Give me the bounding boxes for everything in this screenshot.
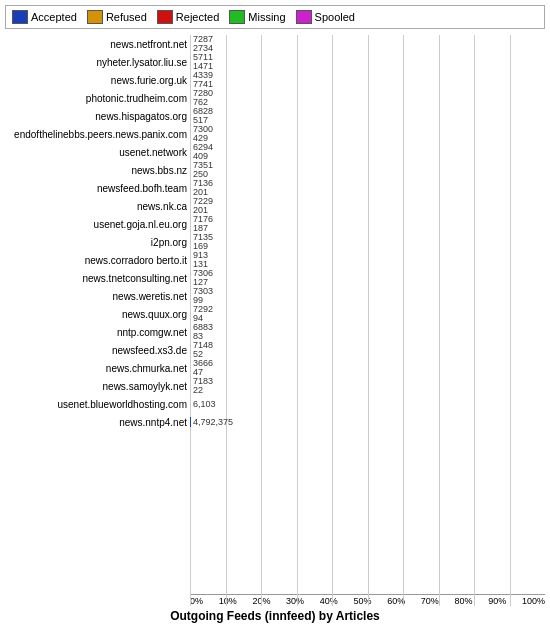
bar-rows: 7287273457111471433977417280762682851773… [190, 35, 545, 594]
bar-numbers: 7176187 [193, 215, 213, 233]
bar-numbers: 7300429 [193, 125, 213, 143]
bar-wrap: 57111471 [190, 53, 545, 71]
bar-row: 366647 [190, 359, 545, 377]
bar-row: 43397741 [190, 71, 545, 89]
bar-inner [190, 417, 191, 427]
bar-numbers: 729294 [193, 305, 213, 323]
y-label: news.chmurka.net [106, 359, 187, 377]
y-label: news.weretis.net [113, 287, 187, 305]
bar-inner [190, 129, 191, 139]
x-tick-label: 90% [488, 596, 506, 606]
bar-numbers: 718322 [193, 377, 213, 395]
bar-wrap: 7135169 [190, 233, 545, 251]
bar-inner [190, 39, 191, 49]
bar-wrap: 43397741 [190, 71, 545, 89]
x-tick-label: 100% [522, 596, 545, 606]
bar-wrap: 729294 [190, 305, 545, 323]
bar-wrap: 7136201 [190, 179, 545, 197]
bar-row: 7176187 [190, 215, 545, 233]
y-label: nyheter.lysator.liu.se [96, 53, 187, 71]
legend-item-rejected: Rejected [157, 10, 219, 24]
bar-inner [190, 219, 191, 229]
y-label: usenet.network [119, 143, 187, 161]
bar-wrap: 730399 [190, 287, 545, 305]
bar-wrap: 7280762 [190, 89, 545, 107]
bar-inner [190, 309, 191, 319]
bar-row: 7280762 [190, 89, 545, 107]
bar-inner [190, 75, 191, 85]
y-label: news.quux.org [122, 305, 187, 323]
y-label: news.netfront.net [110, 35, 187, 53]
bar-inner [190, 381, 191, 391]
bar-numbers: 688383 [193, 323, 213, 341]
bar-segment-accepted [190, 417, 191, 427]
x-tick-label: 0% [190, 596, 203, 606]
bar-row: 4,792,375 [190, 413, 545, 431]
bar-numbers: 57111471 [193, 53, 213, 71]
bar-row: 72872734 [190, 35, 545, 53]
bar-numbers: 714852 [193, 341, 213, 359]
bar-numbers: 7229201 [193, 197, 213, 215]
legend-label: Rejected [176, 11, 219, 23]
y-label: usenet.blueworldhosting.com [57, 395, 187, 413]
bar-inner [190, 345, 191, 355]
y-label: news.tnetconsulting.net [82, 269, 187, 287]
bar-row: 730399 [190, 287, 545, 305]
bar-wrap: 6294409 [190, 143, 545, 161]
bar-numbers: 7280762 [193, 89, 213, 107]
x-axis: 0%10%20%30%40%50%60%70%80%90%100% [190, 594, 545, 606]
legend-swatch [229, 10, 245, 24]
legend-item-missing: Missing [229, 10, 285, 24]
bar-inner [190, 183, 191, 193]
bar-numbers: 6294409 [193, 143, 213, 161]
bar-wrap: 913131 [190, 251, 545, 269]
bar-wrap: 6828517 [190, 107, 545, 125]
bar-row: 714852 [190, 341, 545, 359]
bar-row: 6,103 [190, 395, 545, 413]
bar-inner [190, 363, 191, 373]
bar-row: 7136201 [190, 179, 545, 197]
y-label: news.nk.ca [137, 197, 187, 215]
bar-wrap: 718322 [190, 377, 545, 395]
bar-inner [190, 165, 191, 175]
bar-wrap: 4,792,375 [190, 413, 545, 431]
bar-row: 6294409 [190, 143, 545, 161]
x-tick-label: 80% [455, 596, 473, 606]
bar-numbers: 366647 [193, 359, 213, 377]
x-tick-label: 60% [387, 596, 405, 606]
y-label: news.furie.org.uk [111, 71, 187, 89]
bar-row: 7300429 [190, 125, 545, 143]
bar-row: 57111471 [190, 53, 545, 71]
bar-row: 6828517 [190, 107, 545, 125]
bar-row: 729294 [190, 305, 545, 323]
legend-swatch [12, 10, 28, 24]
bar-wrap: 6,103 [190, 395, 545, 413]
chart-title: Outgoing Feeds (innfeed) by Articles [5, 606, 545, 625]
bar-row: 7306127 [190, 269, 545, 287]
y-labels: news.netfront.netnyheter.lysator.liu.sen… [5, 35, 190, 606]
y-label: i2pn.org [151, 233, 187, 251]
bar-numbers: 7306127 [193, 269, 213, 287]
bar-row: 913131 [190, 251, 545, 269]
bar-wrap: 7176187 [190, 215, 545, 233]
bar-wrap: 366647 [190, 359, 545, 377]
bar-numbers: 4,792,375 [193, 418, 233, 427]
legend-item-refused: Refused [87, 10, 147, 24]
legend: AcceptedRefusedRejectedMissingSpooled [5, 5, 545, 29]
x-tick-label: 70% [421, 596, 439, 606]
bar-numbers: 7351250 [193, 161, 213, 179]
chart-container: AcceptedRefusedRejectedMissingSpooled ne… [0, 0, 550, 630]
bar-row: 688383 [190, 323, 545, 341]
legend-label: Accepted [31, 11, 77, 23]
bar-wrap: 714852 [190, 341, 545, 359]
bar-inner [190, 291, 191, 301]
legend-label: Refused [106, 11, 147, 23]
x-tick-label: 20% [252, 596, 270, 606]
y-label: newsfeed.xs3.de [112, 341, 187, 359]
bar-inner [190, 399, 191, 409]
bar-wrap: 7306127 [190, 269, 545, 287]
legend-label: Missing [248, 11, 285, 23]
legend-item-accepted: Accepted [12, 10, 77, 24]
bar-row: 7229201 [190, 197, 545, 215]
bar-numbers: 43397741 [193, 71, 213, 89]
